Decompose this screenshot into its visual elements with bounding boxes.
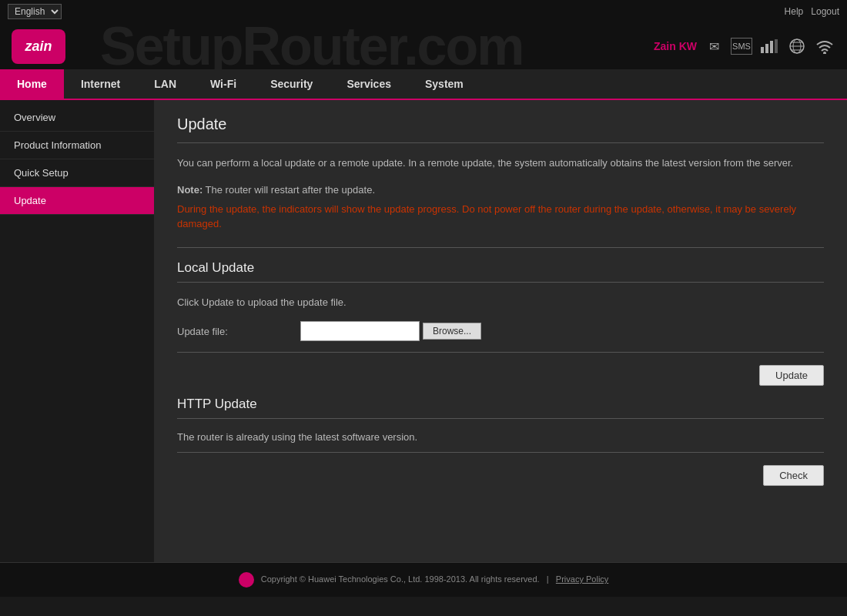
http-update-action-row: Check [177, 465, 824, 486]
privacy-policy-link[interactable]: Privacy Policy [556, 574, 608, 584]
http-update-title: HTTP Update [177, 397, 824, 412]
nav-internet[interactable]: Internet [64, 69, 137, 99]
nav-wifi[interactable]: Wi-Fi [193, 69, 253, 99]
local-update-title: Local Update [177, 260, 824, 276]
svg-rect-0 [761, 47, 764, 53]
http-status-text: The router is already using the latest s… [177, 431, 824, 443]
main-nav: Home Internet LAN Wi-Fi Security Service… [0, 69, 847, 100]
sidebar-item-update[interactable]: Update [0, 187, 154, 215]
sidebar-item-quick-setup[interactable]: Quick Setup [0, 159, 154, 187]
local-update-divider [177, 282, 824, 283]
sidebar-item-overview[interactable]: Overview [0, 104, 154, 132]
nav-system[interactable]: System [408, 69, 480, 99]
section-divider-1 [177, 247, 824, 248]
signal-icon [758, 38, 780, 55]
sidebar-item-product-info[interactable]: Product Information [0, 132, 154, 159]
wifi-icon [814, 38, 835, 55]
lang-selector[interactable]: English [8, 4, 62, 19]
sidebar: Overview Product Information Quick Setup… [0, 100, 154, 562]
file-row-divider [177, 352, 824, 353]
http-update-divider [177, 418, 824, 419]
help-link[interactable]: Help [785, 6, 804, 17]
svg-point-9 [823, 52, 826, 54]
header-bg-text: SetupRouter.com [100, 23, 524, 69]
main-layout: Overview Product Information Quick Setup… [0, 100, 847, 562]
svg-rect-2 [770, 41, 773, 53]
footer-logo-icon [239, 572, 254, 588]
local-update-action-row: Update [177, 365, 824, 386]
logout-link[interactable]: Logout [811, 6, 839, 17]
language-dropdown[interactable]: English [8, 4, 62, 19]
title-divider [177, 142, 824, 143]
header-icons: Zain KW ✉ SMS [654, 38, 835, 55]
browse-button[interactable]: Browse... [423, 323, 481, 340]
note-label: Note: [177, 184, 203, 196]
top-bar: English Help Logout [0, 0, 847, 23]
file-input[interactable] [300, 321, 420, 341]
nav-security[interactable]: Security [253, 69, 330, 99]
intro-text: You can perform a local update or a remo… [177, 156, 824, 172]
content-area: Update You can perform a local update or… [154, 100, 847, 562]
note-warning-text: During the update, the indicators will s… [177, 202, 824, 232]
note-normal-text: The router will restart after the update… [206, 184, 375, 196]
nav-home[interactable]: Home [0, 69, 64, 99]
page-title: Update [177, 116, 824, 133]
local-update-instruction: Click Update to upload the update file. [177, 295, 824, 311]
update-button[interactable]: Update [759, 365, 824, 386]
note-section: Note: The router will restart after the … [177, 182, 824, 232]
header: SetupRouter.com zain Zain KW ✉ SMS [0, 23, 847, 69]
nav-services[interactable]: Services [330, 69, 408, 99]
mail-icon: ✉ [703, 38, 725, 55]
footer-separator: | [547, 574, 549, 584]
globe-icon [786, 38, 808, 55]
svg-rect-1 [765, 44, 768, 53]
sms-icon: SMS [731, 38, 752, 55]
logo-text: zain [25, 38, 52, 55]
file-upload-row: Update file: Browse... [177, 321, 824, 341]
footer: Copyright © Huawei Technologies Co., Ltd… [0, 562, 847, 597]
file-label: Update file: [177, 326, 300, 337]
logo: zain [12, 29, 65, 64]
footer-copyright: Copyright © Huawei Technologies Co., Ltd… [261, 574, 540, 584]
nav-lan[interactable]: LAN [137, 69, 193, 99]
svg-rect-3 [775, 39, 778, 53]
http-bottom-divider [177, 452, 824, 453]
top-links: Help Logout [785, 6, 839, 17]
check-button[interactable]: Check [763, 465, 824, 486]
brand-label: Zain KW [654, 40, 697, 52]
